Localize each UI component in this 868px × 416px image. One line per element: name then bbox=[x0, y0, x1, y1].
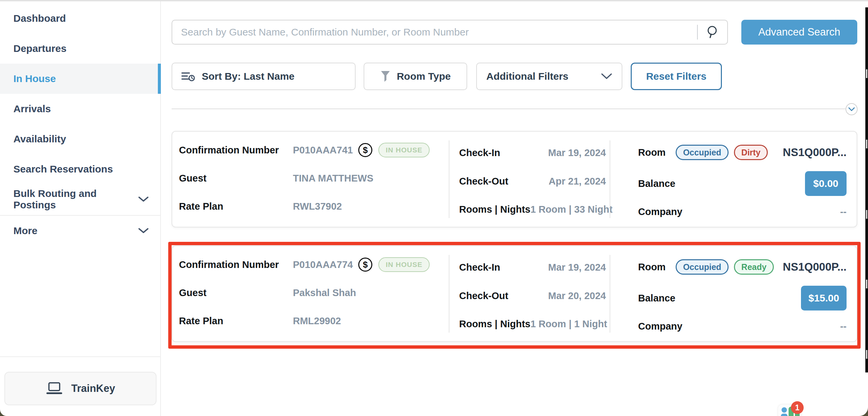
sidebar-item-label: In House bbox=[13, 73, 56, 85]
trainkey-label: TrainKey bbox=[71, 383, 115, 394]
sidebar-item-label: Arrivals bbox=[13, 103, 51, 115]
sidebar-item-dashboard[interactable]: Dashboard bbox=[0, 3, 161, 33]
sidebar-bottom-divider bbox=[0, 356, 160, 357]
search-input[interactable] bbox=[181, 27, 693, 38]
search-icon[interactable] bbox=[706, 26, 718, 39]
collapse-toggle[interactable] bbox=[845, 103, 858, 115]
search-divider bbox=[697, 25, 698, 39]
occupied-badge: Occupied bbox=[676, 145, 728, 160]
sort-by-button[interactable]: Sort By: Last Name bbox=[172, 63, 355, 90]
confirmation-value: P010AAA741 bbox=[293, 145, 353, 156]
background-window-edge bbox=[865, 7, 868, 373]
trainkey-button[interactable]: TrainKey bbox=[4, 372, 156, 405]
sidebar-item-bulk-routing[interactable]: Bulk Routing and Postings bbox=[0, 184, 161, 214]
guest-value: TINA MATTHEWS bbox=[293, 173, 373, 184]
rate-plan-value: RWL37902 bbox=[293, 201, 342, 212]
search-bar bbox=[172, 20, 728, 44]
balance-button[interactable]: $0.00 bbox=[805, 171, 846, 196]
sidebar-item-search-reservations[interactable]: Search Reservations bbox=[0, 154, 161, 184]
column-divider bbox=[449, 140, 450, 218]
chevron-down-icon bbox=[848, 107, 855, 111]
room-type-button[interactable]: Room Type bbox=[364, 63, 467, 90]
dirty-badge: Dirty bbox=[734, 145, 768, 160]
check-out-value: Apr 21, 2024 bbox=[549, 176, 606, 187]
sidebar-item-label: Departures bbox=[13, 43, 66, 54]
sidebar-item-in-house[interactable]: In House bbox=[0, 64, 161, 94]
filter-funnel-icon bbox=[380, 70, 391, 83]
laptop-icon bbox=[46, 382, 63, 395]
guest-label: Guest bbox=[179, 173, 293, 184]
dollar-icon: $ bbox=[358, 143, 372, 157]
room-type-label: Room Type bbox=[397, 71, 451, 82]
sidebar-item-label: Dashboard bbox=[13, 13, 66, 24]
app-logo-icon bbox=[781, 414, 787, 416]
sidebar-item-label: More bbox=[13, 225, 37, 236]
company-label: Company bbox=[638, 206, 682, 217]
additional-filters-button[interactable]: Additional Filters bbox=[476, 63, 622, 90]
check-in-label: Check-In bbox=[459, 148, 500, 158]
balance-label: Balance bbox=[638, 178, 675, 189]
rooms-nights-value: 1 Room | 33 Night bbox=[530, 204, 613, 215]
sidebar-item-departures[interactable]: Departures bbox=[0, 33, 161, 64]
chevron-down-icon bbox=[601, 73, 612, 80]
sidebar: Dashboard Departures In House Arrivals A… bbox=[0, 1, 161, 416]
chevron-down-icon bbox=[138, 196, 149, 202]
in-house-badge: IN HOUSE bbox=[378, 143, 430, 157]
sort-icon bbox=[181, 70, 195, 83]
annotation-highlight bbox=[168, 242, 861, 349]
window-rounded-corner bbox=[856, 373, 868, 416]
sidebar-item-label: Availability bbox=[13, 133, 66, 145]
additional-filters-label: Additional Filters bbox=[486, 71, 568, 82]
sort-by-label: Sort By: Last Name bbox=[202, 71, 294, 82]
background-window-text bbox=[866, 69, 867, 78]
reset-filters-button[interactable]: Reset Filters bbox=[631, 63, 722, 90]
chevron-down-icon bbox=[138, 228, 149, 234]
confirmation-label: Confirmation Number bbox=[179, 145, 293, 156]
room-number-value: NS1Q000P... bbox=[783, 146, 846, 159]
column-divider bbox=[610, 140, 610, 218]
notification-badge: 1 bbox=[791, 401, 804, 414]
rate-plan-label: Rate Plan bbox=[179, 201, 293, 212]
app-window: Dashboard Departures In House Arrivals A… bbox=[0, 0, 868, 416]
sidebar-item-label: Search Reservations bbox=[13, 163, 113, 175]
rooms-nights-label: Rooms | Nights bbox=[459, 204, 530, 215]
sidebar-item-arrivals[interactable]: Arrivals bbox=[0, 94, 161, 124]
sidebar-item-availability[interactable]: Availability bbox=[0, 124, 161, 154]
section-divider bbox=[172, 108, 847, 109]
check-in-value: Mar 19, 2024 bbox=[548, 148, 606, 158]
sidebar-item-label: Bulk Routing and Postings bbox=[13, 188, 138, 211]
sidebar-item-more[interactable]: More bbox=[0, 216, 161, 246]
reservation-card[interactable]: Confirmation Number P010AAA741 $ IN HOUS… bbox=[172, 131, 857, 227]
company-value: -- bbox=[840, 206, 846, 217]
advanced-search-button[interactable]: Advanced Search bbox=[741, 20, 857, 44]
app-logo-icon bbox=[781, 407, 787, 413]
check-out-label: Check-Out bbox=[459, 176, 508, 187]
room-label: Room bbox=[638, 147, 665, 158]
